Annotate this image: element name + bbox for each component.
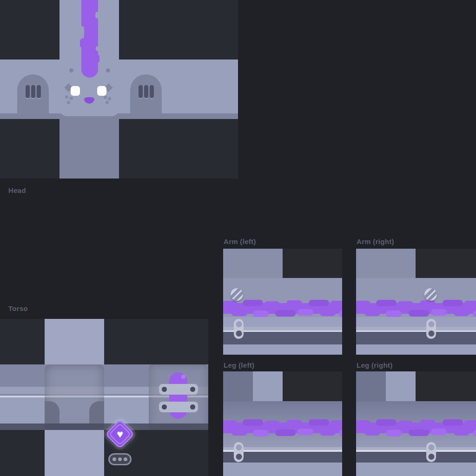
stripe-notch (96, 46, 100, 51)
arm-light-strip (356, 327, 476, 331)
leg-dark-band (356, 452, 476, 463)
chest-dark-strip (45, 423, 104, 430)
torso-back-segment (149, 364, 208, 430)
heart-icon: ♥ (111, 425, 129, 443)
freckle (108, 97, 111, 100)
texture-atlas-view: Head ♥ (0, 0, 476, 476)
chest-corner-dark-right (89, 401, 104, 423)
bolt-icon (162, 404, 167, 410)
chest-white-line (45, 396, 104, 397)
vent-slots-icon (139, 85, 154, 98)
arm-empty-tile (283, 249, 342, 278)
leg-empty-tile (283, 371, 342, 401)
arm-shoulder-tile (356, 249, 416, 278)
zipper-pull-icon (234, 442, 244, 462)
brow-dot-right (106, 68, 110, 73)
arm-left-texture[interactable] (223, 249, 342, 355)
board-highlight (181, 375, 185, 379)
stripe-notch (79, 26, 84, 39)
torso-chest-segment: ♥ (45, 364, 104, 430)
torso-top-tile (45, 319, 104, 364)
dots-pill-icon (108, 453, 132, 465)
freckle (65, 95, 68, 99)
chest-corner-dark-left (45, 401, 60, 423)
freckle (106, 101, 109, 104)
head-band-bottom-strip (0, 113, 238, 119)
zipper-pull-icon (234, 319, 244, 339)
arm-dark-band (356, 332, 476, 344)
bolt-icon (162, 387, 167, 392)
torso-texture[interactable]: ♥ (0, 319, 208, 476)
head-bottom-tile (60, 113, 119, 178)
freckle (70, 97, 73, 100)
arm-empty-tile (416, 249, 476, 278)
leg-hip-tile-dark (356, 371, 386, 401)
chest-light-strip (45, 387, 104, 394)
head-label: Head (8, 186, 26, 194)
head-texture[interactable] (0, 0, 238, 178)
bolt-icon (190, 387, 195, 392)
leg-left-label: Leg (left) (224, 361, 254, 369)
leg-hip-tile-light (386, 371, 416, 401)
leg-hip-tile-light (253, 371, 283, 401)
paint-scribble-icon (356, 300, 476, 317)
arm-left-label: Arm (left) (224, 238, 256, 245)
paint-scribble-icon (223, 419, 342, 436)
leg-left-texture[interactable] (223, 371, 342, 476)
ear-dome-left (17, 74, 49, 114)
arm-right-label: Arm (right) (357, 238, 394, 245)
screw-icon (424, 288, 437, 301)
leg-right-label: Leg (right) (357, 361, 392, 369)
leg-right-texture[interactable] (356, 371, 476, 476)
freckle (67, 101, 70, 104)
vent-slots-icon (26, 85, 41, 98)
screw-icon (231, 288, 243, 301)
leg-bottom (223, 463, 342, 476)
torso-bottom-tile (45, 430, 104, 476)
zipper-pull-icon (426, 442, 436, 462)
stripe-bump (96, 55, 99, 62)
torso-label: Torso (8, 304, 28, 312)
back-dark-strip (149, 423, 208, 430)
leg-hip-tile-dark (223, 371, 253, 401)
eye-right-icon (97, 86, 106, 96)
arm-shoulder-tile (223, 249, 283, 278)
head-paint-stripe-icon (81, 0, 98, 78)
zipper-pull-icon (426, 319, 436, 339)
stripe-notch (95, 12, 100, 19)
paint-scribble-icon (356, 419, 476, 436)
ear-dome-right (130, 74, 162, 114)
face-chin-round (60, 104, 119, 116)
paint-scribble-icon (223, 300, 342, 317)
leg-empty-tile (416, 371, 476, 401)
freckle (104, 96, 107, 99)
eye-left-icon (71, 86, 80, 96)
stripe-bump (80, 39, 84, 47)
leg-bottom (356, 463, 476, 476)
bolt-icon (190, 404, 195, 410)
arm-right-texture[interactable] (356, 249, 476, 355)
brow-dot-left (69, 68, 73, 73)
